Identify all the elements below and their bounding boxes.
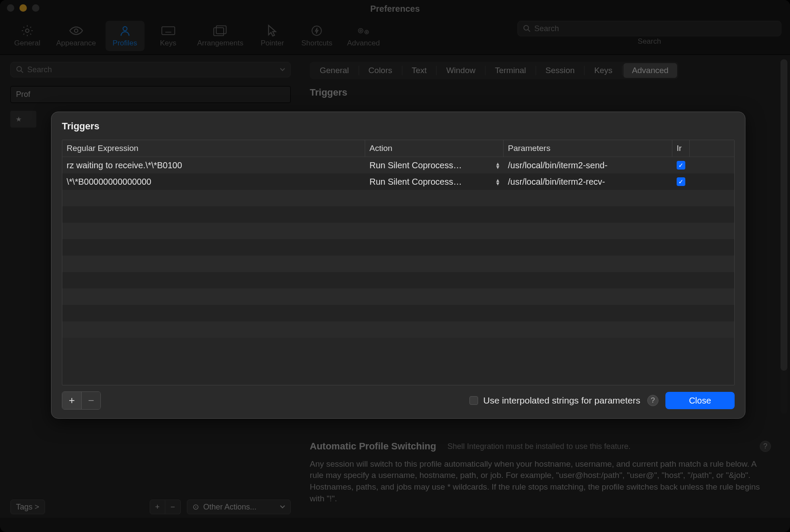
profile-tabs: General Colors Text Window Terminal Sess… bbox=[310, 62, 678, 79]
svg-rect-10 bbox=[214, 28, 224, 35]
profile-list-item[interactable]: ★ bbox=[10, 111, 36, 128]
toolbar-item-label: Advanced bbox=[347, 39, 380, 48]
minimize-window-icon[interactable] bbox=[19, 4, 27, 12]
toolbar-search[interactable] bbox=[517, 21, 781, 36]
table-row-empty bbox=[62, 206, 734, 223]
scrollbar-thumb[interactable] bbox=[780, 59, 787, 371]
toolbar-item-appearance[interactable]: Appearance bbox=[51, 21, 101, 51]
eye-icon bbox=[69, 24, 83, 37]
chevron-down-icon[interactable] bbox=[280, 67, 285, 72]
interpolated-strings-toggle[interactable]: Use interpolated strings for parameters bbox=[469, 395, 640, 406]
other-actions-dropdown[interactable]: ⊙ Other Actions... bbox=[187, 500, 291, 514]
checkbox-unchecked-icon[interactable] bbox=[469, 396, 478, 405]
toolbar-item-label: Appearance bbox=[56, 39, 96, 48]
remove-trigger-button[interactable]: − bbox=[81, 392, 100, 409]
aps-heading: Automatic Profile Switching bbox=[310, 440, 436, 453]
toolbar-search-input[interactable] bbox=[534, 24, 776, 33]
close-button[interactable]: Close bbox=[665, 392, 735, 409]
th-regex[interactable]: Regular Expression bbox=[62, 140, 365, 157]
tab-advanced[interactable]: Advanced bbox=[623, 63, 678, 78]
zoom-window-icon[interactable] bbox=[32, 4, 39, 12]
table-row-empty bbox=[62, 321, 734, 338]
toolbar-item-shortcuts[interactable]: Shortcuts bbox=[296, 21, 337, 51]
cell-action-label: Run Silent Coprocess… bbox=[369, 160, 462, 170]
titlebar: Preferences bbox=[0, 0, 790, 17]
tab-general[interactable]: General bbox=[311, 63, 358, 78]
tab-text[interactable]: Text bbox=[403, 63, 436, 78]
table-header: Regular Expression Action Parameters Ir bbox=[62, 140, 734, 157]
person-icon bbox=[118, 24, 132, 37]
toolbar: General Appearance Profiles Keys Arrange… bbox=[0, 17, 790, 54]
cell-params[interactable]: /usr/local/bin/iterm2-recv- bbox=[504, 173, 672, 190]
toolbar-item-keys[interactable]: Keys bbox=[149, 21, 188, 51]
th-instant[interactable]: Ir bbox=[672, 140, 690, 157]
checkbox-checked-icon[interactable]: ✓ bbox=[677, 161, 685, 170]
other-actions-label: Other Actions... bbox=[203, 503, 257, 512]
table-row-empty bbox=[62, 272, 734, 288]
toolbar-item-pointer[interactable]: Pointer bbox=[253, 21, 292, 51]
add-trigger-button[interactable]: + bbox=[62, 392, 81, 409]
svg-point-12 bbox=[312, 26, 322, 35]
sidebar-search[interactable] bbox=[10, 62, 291, 77]
toolbar-item-advanced[interactable]: Advanced bbox=[342, 21, 385, 51]
svg-point-1 bbox=[74, 29, 78, 32]
cell-regex[interactable]: \*\*B00000000000000 bbox=[62, 173, 365, 190]
window-title: Preferences bbox=[370, 4, 420, 14]
svg-point-16 bbox=[366, 32, 367, 33]
cell-instant[interactable]: ✓ bbox=[672, 173, 690, 190]
bolt-icon bbox=[310, 24, 324, 37]
toolbar-search-label: Search bbox=[638, 37, 661, 46]
toolbar-item-general[interactable]: General bbox=[8, 21, 47, 51]
toolbar-item-arrangements[interactable]: Arrangements bbox=[192, 21, 249, 51]
cell-action[interactable]: Run Silent Coprocess… ▴▾ bbox=[365, 173, 504, 190]
toolbar-item-profiles[interactable]: Profiles bbox=[106, 21, 145, 51]
cursor-icon bbox=[265, 24, 279, 37]
windows-icon bbox=[213, 24, 227, 37]
search-icon bbox=[523, 25, 531, 32]
sidebar-search-input[interactable] bbox=[27, 65, 276, 74]
table-row[interactable]: \*\*B00000000000000 Run Silent Coprocess… bbox=[62, 173, 734, 190]
scrollbar[interactable] bbox=[780, 59, 787, 414]
close-window-icon[interactable] bbox=[7, 4, 14, 12]
th-action[interactable]: Action bbox=[365, 140, 504, 157]
gear-icon bbox=[20, 24, 34, 37]
toolbar-item-label: Pointer bbox=[261, 39, 284, 48]
help-icon[interactable]: ? bbox=[760, 441, 771, 452]
svg-point-0 bbox=[26, 29, 29, 32]
triggers-popover: Triggers Regular Expression Action Param… bbox=[51, 112, 745, 419]
aps-body: Any session will switch to this profile … bbox=[310, 458, 771, 504]
remove-profile-button[interactable]: − bbox=[165, 500, 181, 514]
table-row-empty bbox=[62, 190, 734, 206]
table-row[interactable]: rz waiting to receive.\*\*B0100 Run Sile… bbox=[62, 157, 734, 173]
svg-point-15 bbox=[365, 30, 369, 34]
cell-action[interactable]: Run Silent Coprocess… ▴▾ bbox=[365, 157, 504, 173]
svg-rect-3 bbox=[162, 27, 175, 35]
svg-line-20 bbox=[21, 71, 23, 73]
toolbar-item-label: Keys bbox=[160, 39, 177, 48]
cell-params[interactable]: /usr/local/bin/iterm2-send- bbox=[504, 157, 672, 173]
triggers-table: Regular Expression Action Parameters Ir … bbox=[62, 140, 735, 385]
stepper-icon[interactable]: ▴▾ bbox=[496, 178, 499, 185]
tab-terminal[interactable]: Terminal bbox=[486, 63, 535, 78]
tab-window[interactable]: Window bbox=[437, 63, 484, 78]
add-profile-button[interactable]: + bbox=[150, 500, 165, 514]
svg-point-14 bbox=[360, 30, 362, 32]
popover-footer: + − Use interpolated strings for paramet… bbox=[62, 391, 735, 410]
svg-point-2 bbox=[123, 27, 127, 31]
automatic-profile-switching: Automatic Profile Switching Shell Integr… bbox=[310, 440, 771, 504]
table-body: rz waiting to receive.\*\*B0100 Run Sile… bbox=[62, 157, 734, 385]
checkbox-checked-icon[interactable]: ✓ bbox=[677, 177, 685, 186]
svg-point-17 bbox=[524, 26, 529, 30]
stepper-icon[interactable]: ▴▾ bbox=[496, 162, 499, 169]
tags-button[interactable]: Tags > bbox=[10, 500, 45, 514]
tab-colors[interactable]: Colors bbox=[360, 63, 401, 78]
help-icon[interactable]: ? bbox=[647, 395, 658, 406]
keyboard-icon bbox=[161, 24, 175, 37]
tab-keys[interactable]: Keys bbox=[585, 63, 621, 78]
tab-session[interactable]: Session bbox=[537, 63, 584, 78]
cell-regex[interactable]: rz waiting to receive.\*\*B0100 bbox=[62, 157, 365, 173]
th-params[interactable]: Parameters bbox=[504, 140, 672, 157]
interpolated-strings-label: Use interpolated strings for parameters bbox=[483, 395, 640, 406]
cell-instant[interactable]: ✓ bbox=[672, 157, 690, 173]
section-title-triggers: Triggers bbox=[310, 87, 780, 98]
